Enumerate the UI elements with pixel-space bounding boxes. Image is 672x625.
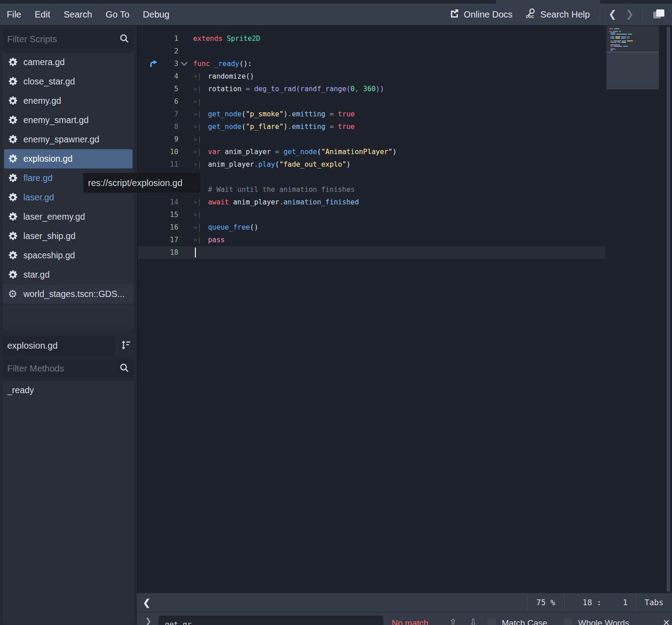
gdscript-gear-icon bbox=[7, 250, 18, 261]
make-floating-icon[interactable] bbox=[653, 9, 665, 19]
tab-indent-marker: »| bbox=[193, 198, 208, 206]
history-forward-button[interactable]: ❯ bbox=[621, 9, 638, 20]
code-text: »| bbox=[190, 98, 605, 106]
line-number: 16 bbox=[159, 223, 178, 231]
tab-indent-marker: »| bbox=[193, 98, 208, 106]
script-item-label: flare.gd bbox=[23, 173, 53, 183]
code-line-15[interactable]: 15»| bbox=[138, 208, 605, 221]
editor-vertical-scrollbar[interactable] bbox=[667, 27, 670, 592]
code-line-18[interactable]: 18 bbox=[138, 246, 605, 259]
find-status-text: No match bbox=[392, 618, 428, 625]
menu-items: FileEditSearchGo ToDebug bbox=[0, 9, 176, 20]
code-line-9[interactable]: 9»| bbox=[138, 133, 605, 146]
editor-zoom-value[interactable]: 75 % bbox=[527, 598, 564, 607]
script-item-close-star-gd[interactable]: close_star.gd bbox=[3, 72, 134, 91]
script-item-camera-gd[interactable]: camera.gd bbox=[3, 53, 134, 72]
filter-methods-input[interactable]: Filter Methods bbox=[3, 359, 134, 378]
code-text: »| bbox=[190, 173, 605, 181]
tab-indent-marker: »| bbox=[193, 123, 208, 131]
online-docs-button[interactable]: Online Docs bbox=[443, 8, 519, 21]
code-line-1[interactable]: 1extends Sprite2D bbox=[138, 32, 605, 45]
line-number: 7 bbox=[159, 110, 178, 118]
menu-search[interactable]: Search bbox=[57, 9, 99, 20]
code-text: »|pass bbox=[190, 236, 605, 244]
code-line-6[interactable]: 6»| bbox=[138, 95, 605, 108]
code-line-3[interactable]: 3func _ready(): bbox=[138, 58, 605, 70]
caret-line-value: 18 : bbox=[565, 598, 601, 607]
script-item-label: explosion.gd bbox=[23, 154, 73, 164]
find-query-input[interactable]: get_gr bbox=[159, 616, 383, 625]
script-item-label: star.gd bbox=[23, 270, 50, 280]
script-item-laser-enemy-gd[interactable]: laser_enemy.gd bbox=[3, 207, 134, 226]
find-next-button[interactable]: ⇩ bbox=[469, 617, 477, 625]
method-item--ready[interactable]: _ready bbox=[3, 381, 134, 399]
code-line-5[interactable]: 5»|rotation = deg_to_rad(randf_range(0, … bbox=[138, 83, 605, 95]
code-line-2[interactable]: 2 bbox=[138, 45, 605, 58]
find-expander-chevron[interactable]: ❯ bbox=[145, 616, 151, 625]
collapse-sidebar-chevron[interactable]: ❮ bbox=[137, 597, 150, 608]
match-case-checkbox[interactable] bbox=[487, 618, 496, 625]
code-line-17[interactable]: 17»|pass bbox=[138, 234, 605, 246]
top-strip-right bbox=[600, 0, 672, 4]
whole-words-checkbox[interactable] bbox=[564, 618, 572, 625]
sort-methods-button[interactable] bbox=[117, 336, 135, 354]
code-line-8[interactable]: 8»|get_node("p_flare").emitting = true bbox=[138, 120, 605, 133]
gdscript-gear-icon bbox=[7, 134, 18, 145]
gdscript-gear-icon bbox=[7, 173, 18, 184]
line-number: 10 bbox=[159, 148, 178, 156]
gdscript-gear-icon bbox=[7, 231, 18, 242]
script-item-label: close_star.gd bbox=[23, 76, 75, 87]
script-item-explosion-gd[interactable]: explosion.gd bbox=[4, 149, 133, 168]
code-editor[interactable]: 1extends Sprite2D23func _ready():4»|rand… bbox=[137, 26, 672, 593]
script-item-world-stages-tscn-gds-[interactable]: ⚙world_stages.tscn::GDS... bbox=[3, 284, 134, 304]
filter-scripts-input[interactable]: Filter Scripts bbox=[3, 30, 134, 49]
float-icon-front bbox=[656, 9, 664, 17]
menu-go-to[interactable]: Go To bbox=[99, 9, 136, 20]
tab-indent-marker: »| bbox=[193, 135, 208, 143]
code-text: »| bbox=[190, 211, 605, 219]
top-tab-strip bbox=[0, 0, 672, 4]
code-line-12[interactable]: 12»| bbox=[138, 171, 605, 183]
script-item-label: enemy.gd bbox=[23, 96, 61, 106]
filter-methods-placeholder: Filter Methods bbox=[7, 363, 119, 374]
code-line-16[interactable]: 16»|queue_free() bbox=[138, 221, 605, 234]
script-item-enemy-smart-gd[interactable]: enemy_smart.gd bbox=[3, 111, 134, 130]
script-item-label: laser.gd bbox=[23, 192, 54, 203]
line-number: 2 bbox=[159, 47, 178, 55]
line-number: 6 bbox=[159, 98, 178, 106]
code-text bbox=[190, 248, 605, 257]
code-line-4[interactable]: 4»|randomize() bbox=[138, 70, 605, 83]
fold-chevron-icon[interactable] bbox=[178, 62, 190, 66]
code-line-7[interactable]: 7»|get_node("p_smoke").emitting = true bbox=[138, 108, 605, 120]
code-line-14[interactable]: 14»|await anim_player.animation_finished bbox=[138, 196, 605, 208]
script-item-laser-ship-gd[interactable]: laser_ship.gd bbox=[3, 226, 134, 246]
search-doc-icon: DOC bbox=[525, 8, 536, 21]
match-case-label: Match Case bbox=[502, 618, 547, 625]
script-item-star-gd[interactable]: star.gd bbox=[3, 265, 134, 284]
indent-mode-value[interactable]: Tabs bbox=[636, 598, 672, 607]
code-line-10[interactable]: 10»|var anim_player = get_node("Animatio… bbox=[138, 146, 605, 158]
current-script-field[interactable]: explosion.gd bbox=[3, 336, 115, 355]
menu-edit[interactable]: Edit bbox=[28, 9, 57, 20]
statusbar: ❮ 75 % 18 : 1 Tabs bbox=[137, 593, 672, 612]
menu-debug[interactable]: Debug bbox=[136, 9, 176, 20]
code-line-13[interactable]: 13»|# Wait until the animation finishes bbox=[138, 183, 605, 196]
script-item-label: spaceship.gd bbox=[23, 250, 75, 261]
find-close-button[interactable]: ✕ bbox=[663, 617, 670, 625]
menu-file[interactable]: File bbox=[0, 9, 28, 20]
find-previous-button[interactable]: ⇧ bbox=[449, 617, 457, 625]
script-item-enemy-gd[interactable]: enemy.gd bbox=[3, 91, 134, 111]
tab-indent-marker: »| bbox=[193, 148, 208, 156]
history-back-button[interactable]: ❮ bbox=[604, 9, 621, 20]
script-item-label: laser_ship.gd bbox=[23, 231, 75, 241]
search-help-button[interactable]: DOC Search Help bbox=[519, 8, 596, 21]
script-item-spaceship-gd[interactable]: spaceship.gd bbox=[3, 246, 134, 265]
menubar: FileEditSearchGo ToDebug Online Docs DOC… bbox=[0, 4, 672, 26]
script-item-label: camera.gd bbox=[23, 57, 65, 67]
script-item-enemy-spawner-gd[interactable]: enemy_spawner.gd bbox=[3, 130, 134, 149]
line-number: 1 bbox=[159, 35, 178, 43]
minimap[interactable] bbox=[606, 26, 659, 89]
code-line-11[interactable]: 11»|anim_player.play("fade_out_explo") bbox=[138, 158, 605, 171]
line-number: 3 bbox=[159, 60, 178, 68]
code-text: »|await anim_player.animation_finished bbox=[190, 198, 605, 206]
